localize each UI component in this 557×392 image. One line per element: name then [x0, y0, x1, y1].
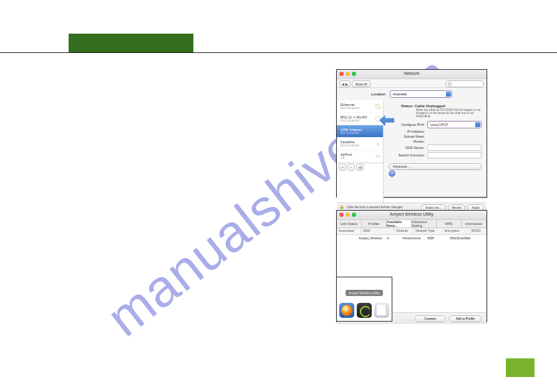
table-headers: Associated SSID Channel Network Type Enc…	[337, 228, 487, 235]
cell-type: Infrastructure	[402, 236, 427, 240]
sidebar-item-ethernet[interactable]: Ethernet Not Connected	[337, 100, 383, 113]
configure-label: Configure IPv4:	[389, 123, 427, 127]
advanced-button[interactable]: Advanced...	[389, 163, 482, 170]
search-domains-label: Search Domains:	[389, 153, 427, 157]
cell-bssid: 000e3b1e08a0	[450, 236, 485, 240]
cell-ssid: Amped_Wireless	[359, 236, 387, 240]
window-title: Amped Wireless Utility	[337, 212, 487, 216]
dns-input[interactable]	[427, 145, 482, 151]
sidebar-controls: + − ⚙︎	[337, 163, 383, 171]
titlebar: Amped Wireless Utility	[337, 211, 487, 220]
sidebar-item-firewire[interactable]: FireWire Not Connected	[337, 138, 383, 150]
tab-advanced[interactable]: Advanced Setting	[412, 220, 437, 227]
tab-information[interactable]: Information	[462, 220, 487, 227]
window-title: Network	[337, 71, 487, 75]
manual-title-block	[69, 34, 193, 52]
sidebar-item-usb-adapter[interactable]: USB Adapter Not Connected	[337, 125, 383, 138]
location-value: Automatic	[393, 92, 407, 96]
status-value: Cable Unplugged	[415, 104, 445, 108]
header-network-type: Network Type	[414, 228, 443, 234]
amped-utility-icon[interactable]	[357, 303, 372, 318]
location-select[interactable]: Automatic	[390, 90, 452, 98]
tab-available-network[interactable]: Available Netw...	[387, 220, 412, 227]
interface-details: Status: Cable Unplugged Either the cable…	[384, 100, 487, 203]
ethernet-icon	[375, 103, 381, 110]
status-label: Status:	[389, 104, 414, 108]
lock-icon[interactable]	[339, 204, 344, 209]
airport-icon	[375, 153, 381, 160]
tab-link-status[interactable]: Link Status	[337, 220, 362, 227]
header-bssid: BSSID	[470, 228, 487, 234]
ip-label: IP Address:	[389, 130, 427, 133]
svg-rect-2	[341, 207, 344, 209]
tab-profiles[interactable]: Profiles	[362, 220, 387, 227]
interface-options-button[interactable]: ⚙︎	[356, 164, 364, 171]
header-encryption: Encryption	[443, 228, 470, 234]
interface-sidebar: Ethernet Not Connected 802.11 n WLAN Not…	[337, 100, 384, 203]
back-forward-buttons[interactable]: ◀ ▶	[339, 80, 351, 87]
dock-icons	[337, 300, 392, 321]
firefox-icon[interactable]	[339, 303, 354, 318]
configure-value: Using DHCP	[430, 123, 448, 127]
remove-interface-button[interactable]: −	[347, 164, 355, 171]
configure-select[interactable]: Using DHCP	[427, 121, 482, 128]
page-number-block	[506, 358, 535, 377]
lock-text: Click the lock to prevent further change…	[347, 205, 404, 209]
sidebar-item-airport[interactable]: AirPort Off	[337, 150, 383, 163]
titlebar: Network	[337, 70, 487, 79]
location-label: Location:	[371, 92, 386, 96]
status-description: Either the cable for RTL8192S WLAN Adapt…	[389, 109, 482, 118]
help-button[interactable]: ?	[389, 170, 395, 177]
connect-button[interactable]: Connect	[415, 315, 445, 322]
add-to-profile-button[interactable]: Add to Profile	[449, 315, 482, 322]
header-channel: Channel	[394, 228, 414, 234]
firewire-icon	[375, 141, 381, 147]
add-interface-button[interactable]: +	[339, 164, 346, 171]
mask-label: Subnet Mask:	[389, 135, 427, 138]
search-input[interactable]	[445, 80, 484, 87]
show-all-button[interactable]: Show All	[352, 80, 371, 87]
sidebar-item-sub: Not Connected	[341, 131, 380, 135]
cell-associated	[339, 236, 359, 240]
tab-wps[interactable]: WPS	[437, 220, 462, 227]
search-domains-input[interactable]	[427, 152, 482, 158]
toolbar: ◀ ▶ Show All	[337, 79, 487, 88]
dock-overlay: Amped Wireless Utility	[336, 277, 392, 322]
cell-channel: 6	[387, 236, 402, 240]
cell-encryption: WEP	[427, 236, 450, 240]
router-label: Router:	[389, 140, 427, 143]
sidebar-item-wlan[interactable]: 802.11 n WLAN Not Connected	[337, 113, 383, 125]
network-preferences-window: Network ◀ ▶ Show All Location: Automatic…	[336, 69, 487, 198]
table-row[interactable]: Amped_Wireless 6 Infrastructure WEP 000e…	[337, 235, 487, 241]
svg-point-0	[375, 104, 380, 109]
dns-label: DNS Server:	[389, 146, 427, 150]
document-icon[interactable]	[374, 303, 389, 318]
tab-bar: Link Status Profiles Available Netw... A…	[337, 220, 487, 228]
header-ssid: SSID	[361, 228, 394, 234]
dock-tooltip: Amped Wireless Utility	[346, 290, 383, 296]
header-associated: Associated	[337, 228, 361, 234]
